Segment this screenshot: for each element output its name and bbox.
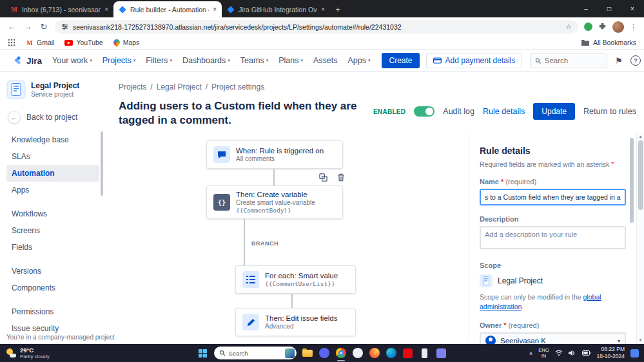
browser-tab-rule-builder[interactable]: Rule builder - Automation - Le ×: [113, 1, 222, 17]
trigger-card[interactable]: When: Rule is triggered on All comments: [206, 140, 343, 169]
sidebar-item-components[interactable]: Components: [6, 280, 99, 296]
bookmark-star-icon[interactable]: ☆: [565, 23, 572, 31]
taskbar-teams-icon[interactable]: [436, 347, 447, 359]
for-each-card[interactable]: For each: Smart value {{CommentUserList}…: [235, 265, 356, 294]
chevron-down-icon: ▾: [368, 58, 371, 63]
taskbar-discord-icon[interactable]: [318, 347, 330, 359]
nav-filters[interactable]: Filters▾: [146, 56, 172, 65]
taskbar-phone-link-icon[interactable]: [419, 347, 431, 359]
minimize-button[interactable]: –: [574, 0, 598, 17]
sidebar-item-apps[interactable]: Apps: [6, 182, 99, 198]
taskbar-search[interactable]: Search: [214, 347, 297, 359]
app-body: Legal Project Service project ← Back to …: [0, 72, 644, 344]
breadcrumb: Projects / Legal Project / Project setti…: [104, 72, 644, 91]
panel-scrollbar-thumb[interactable]: [630, 138, 634, 223]
taskbar-app-icon[interactable]: [352, 347, 364, 359]
tab-close-icon[interactable]: ×: [104, 6, 108, 13]
add-payment-details-button[interactable]: Add payment details: [426, 53, 523, 68]
tab-close-icon[interactable]: ×: [321, 6, 325, 13]
taskbar-weather-widget[interactable]: 29°C Partly cloudy: [0, 347, 97, 360]
nav-plans[interactable]: Plans▾: [278, 56, 303, 65]
browser-tab-jira-github[interactable]: Jira GitHub Integration Overvi ×: [222, 1, 330, 17]
sidebar-item-workflows[interactable]: Workflows: [6, 205, 99, 222]
close-window-button[interactable]: ×: [621, 0, 644, 17]
sidebar-scrollbar-thumb[interactable]: [101, 131, 103, 196]
gmail-favicon-icon: M: [10, 6, 18, 14]
taskbar-edge-icon[interactable]: [385, 347, 397, 359]
taskbar-file-explorer-icon[interactable]: [302, 347, 313, 359]
forward-icon[interactable]: →: [23, 22, 33, 32]
search-icon: [219, 350, 226, 356]
reload-icon[interactable]: ↻: [39, 22, 49, 32]
volume-icon[interactable]: [569, 350, 576, 356]
all-bookmarks-button[interactable]: All Bookmarks: [581, 39, 636, 46]
jira-search-box[interactable]: [530, 53, 607, 68]
page-scrollbar-thumb[interactable]: [638, 140, 643, 210]
taskbar-firefox-icon[interactable]: [369, 347, 380, 359]
enabled-toggle[interactable]: [414, 106, 434, 117]
copy-component-icon[interactable]: [316, 170, 330, 184]
sidebar-item-versions[interactable]: Versions: [6, 263, 99, 280]
sidebar-item-slas[interactable]: SLAs: [6, 148, 99, 165]
update-button[interactable]: Update: [533, 103, 575, 120]
nav-projects[interactable]: Projects▾: [102, 56, 136, 65]
notification-center-icon[interactable]: [630, 349, 639, 357]
rule-name-input[interactable]: [480, 189, 626, 205]
browser-profile-avatar[interactable]: [612, 21, 624, 33]
site-info-icon[interactable]: [61, 23, 68, 30]
create-button[interactable]: Create: [382, 53, 419, 68]
help-icon[interactable]: ?: [630, 55, 641, 66]
back-to-project[interactable]: ← Back to project: [8, 111, 99, 124]
jira-favicon-icon: [227, 6, 235, 14]
rule-canvas: When: Rule is triggered on All comments …: [104, 133, 469, 344]
create-variable-card[interactable]: {} Then: Create variable Create smart va…: [206, 186, 343, 219]
browser-menu-icon[interactable]: ⋮: [630, 23, 638, 32]
new-tab-button[interactable]: +: [330, 1, 346, 17]
scroll-up-icon[interactable]: ▲: [639, 134, 643, 139]
back-icon[interactable]: ←: [6, 22, 17, 32]
audit-log-link[interactable]: Audit log: [443, 107, 474, 116]
bookmark-gmail[interactable]: M Gmail: [26, 39, 54, 46]
sidebar-item-knowledge-base[interactable]: Knowledge base: [6, 131, 99, 148]
clock[interactable]: 08:22 PM 18-10-2024: [597, 346, 625, 360]
rule-details-link[interactable]: Rule details: [483, 107, 525, 116]
bookmark-youtube[interactable]: ▶ YouTube: [64, 39, 102, 46]
rule-description-textarea[interactable]: [480, 226, 626, 249]
address-bar[interactable]: seenivasank218-1725273138970.atlassian.n…: [55, 20, 578, 33]
nav-apps[interactable]: Apps▾: [347, 56, 370, 65]
sidebar-item-automation[interactable]: Automation: [6, 165, 99, 182]
maximize-button[interactable]: □: [598, 0, 621, 17]
wifi-icon[interactable]: [555, 350, 563, 356]
sidebar-item-fields[interactable]: Fields: [6, 239, 99, 256]
battery-icon[interactable]: [582, 350, 591, 356]
bookmark-maps[interactable]: Maps: [113, 39, 140, 46]
extensions-puzzle-icon[interactable]: [598, 23, 607, 31]
extension-icon[interactable]: [584, 23, 592, 31]
jira-search-input[interactable]: [545, 57, 603, 64]
breadcrumb-legal-project[interactable]: Legal Project: [157, 82, 202, 91]
breadcrumb-project-settings[interactable]: Project settings: [211, 82, 264, 91]
taskbar-media-app-icon[interactable]: [402, 347, 414, 359]
tray-expand-icon[interactable]: ∧: [529, 350, 532, 356]
taskbar-chrome-icon[interactable]: [335, 347, 347, 359]
browser-tab-gmail[interactable]: M Inbox (6,713) - seenivasank12 ×: [5, 1, 113, 17]
project-name: Legal Project: [31, 81, 79, 90]
tab-close-icon[interactable]: ×: [213, 6, 217, 13]
sidebar-item-permissions[interactable]: Permissions: [6, 303, 99, 320]
nav-dashboards[interactable]: Dashboards▾: [182, 56, 230, 65]
start-button[interactable]: [197, 347, 209, 359]
jira-logo[interactable]: Jira: [14, 56, 42, 66]
nav-teams[interactable]: Teams▾: [240, 56, 268, 65]
breadcrumb-projects[interactable]: Projects: [119, 82, 146, 91]
language-indicator[interactable]: ENG IN: [538, 347, 549, 359]
delete-component-icon[interactable]: [334, 170, 348, 184]
bookmark-label: Maps: [123, 39, 140, 46]
apps-grid-icon[interactable]: [8, 39, 15, 46]
return-to-rules-link[interactable]: Return to rules: [583, 107, 636, 116]
announcement-flag-icon[interactable]: ⚑: [615, 56, 623, 66]
scroll-down-icon[interactable]: ▼: [639, 338, 643, 343]
nav-assets[interactable]: Assets: [313, 56, 338, 65]
edit-issue-fields-card[interactable]: Then: Edit issue fields Advanced: [235, 308, 356, 336]
nav-your-work[interactable]: Your work▾: [52, 56, 92, 65]
sidebar-item-screens[interactable]: Screens: [6, 222, 99, 239]
